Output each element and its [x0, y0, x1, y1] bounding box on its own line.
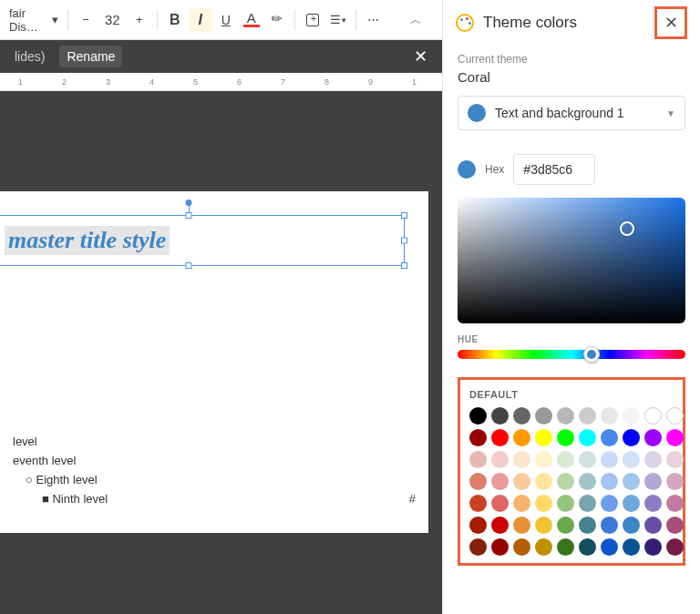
highlight-color-button[interactable]: ✎ — [265, 8, 289, 32]
tab-slides[interactable]: lides) — [7, 46, 52, 67]
color-swatch[interactable] — [491, 517, 509, 534]
color-swatch[interactable] — [601, 538, 618, 556]
color-swatch[interactable] — [513, 451, 530, 468]
color-swatch[interactable] — [579, 473, 596, 490]
color-swatch[interactable] — [469, 407, 487, 425]
color-swatch[interactable] — [491, 407, 509, 425]
color-swatch[interactable] — [535, 451, 552, 468]
color-swatch[interactable] — [644, 517, 662, 534]
color-swatch[interactable] — [644, 407, 662, 425]
color-swatch[interactable] — [469, 473, 487, 490]
hex-input[interactable] — [513, 154, 595, 185]
color-swatch[interactable] — [491, 473, 509, 490]
color-swatch[interactable] — [469, 429, 487, 446]
selection-handle[interactable] — [401, 238, 407, 244]
tab-close-button[interactable]: ✕ — [407, 46, 435, 67]
color-swatch[interactable] — [535, 517, 552, 534]
color-swatch[interactable] — [623, 538, 640, 556]
saturation-cursor[interactable] — [620, 221, 634, 236]
color-swatch[interactable] — [601, 473, 618, 490]
color-swatch[interactable] — [666, 538, 684, 556]
decrease-font-button[interactable]: − — [74, 8, 98, 32]
text-color-button[interactable]: A — [240, 8, 263, 32]
color-swatch[interactable] — [491, 538, 509, 556]
color-swatch[interactable] — [557, 517, 574, 534]
color-swatch[interactable] — [469, 538, 487, 556]
color-swatch[interactable] — [535, 429, 552, 446]
hue-slider-thumb[interactable] — [583, 346, 600, 363]
color-swatch[interactable] — [491, 451, 509, 468]
title-text[interactable]: master title style — [5, 226, 170, 255]
insert-comment-button[interactable] — [301, 8, 324, 32]
color-swatch[interactable] — [644, 429, 662, 446]
color-swatch[interactable] — [644, 538, 662, 556]
more-options-button[interactable]: ⋯ — [362, 8, 386, 32]
color-swatch[interactable] — [535, 407, 552, 425]
theme-color-role-dropdown[interactable]: Text and background 1 ▼ — [458, 96, 685, 130]
color-swatch[interactable] — [557, 429, 574, 446]
color-swatch[interactable] — [644, 495, 662, 512]
color-swatch[interactable] — [601, 517, 618, 534]
color-swatch[interactable] — [601, 495, 618, 512]
color-swatch[interactable] — [557, 451, 574, 468]
color-swatch[interactable] — [491, 495, 509, 512]
slide-master[interactable]: master title style level eventh level ○ … — [0, 191, 428, 533]
color-swatch[interactable] — [623, 451, 640, 468]
color-swatch[interactable] — [579, 538, 596, 556]
color-swatch[interactable] — [535, 538, 552, 556]
color-swatch[interactable] — [557, 538, 574, 556]
color-swatch[interactable] — [601, 407, 618, 425]
color-swatch[interactable] — [513, 495, 530, 512]
hue-slider[interactable] — [458, 350, 685, 359]
color-swatch[interactable] — [644, 451, 662, 468]
color-swatch[interactable] — [666, 407, 684, 425]
color-swatch[interactable] — [513, 538, 530, 556]
color-swatch[interactable] — [601, 429, 618, 446]
color-swatch[interactable] — [469, 495, 487, 512]
color-swatch[interactable] — [623, 495, 640, 512]
color-swatch[interactable] — [623, 407, 640, 425]
collapse-toolbar-button[interactable]: ︿ — [405, 6, 427, 34]
rotate-handle[interactable] — [186, 200, 192, 206]
saturation-value-picker[interactable] — [458, 198, 685, 323]
color-swatch[interactable] — [666, 451, 684, 468]
selection-handle[interactable] — [186, 262, 192, 269]
font-size-input[interactable]: 32 — [99, 6, 126, 34]
color-swatch[interactable] — [557, 495, 574, 512]
color-swatch[interactable] — [579, 407, 596, 425]
title-placeholder[interactable]: master title style — [0, 215, 405, 266]
selection-handle[interactable] — [401, 262, 407, 269]
color-swatch[interactable] — [644, 473, 662, 490]
color-swatch[interactable] — [623, 473, 640, 490]
selection-handle[interactable] — [186, 212, 192, 219]
close-sidebar-button[interactable]: ✕ — [654, 6, 687, 39]
color-swatch[interactable] — [557, 407, 574, 425]
color-swatch[interactable] — [623, 429, 640, 446]
bold-button[interactable]: B — [163, 8, 187, 32]
color-swatch[interactable] — [513, 473, 530, 490]
body-placeholder[interactable]: level eventh level ○ Eighth level ■ Nint… — [0, 420, 428, 533]
color-swatch[interactable] — [666, 429, 684, 446]
color-swatch[interactable] — [469, 517, 487, 534]
italic-button[interactable]: I — [189, 8, 212, 32]
selection-handle[interactable] — [401, 212, 407, 219]
color-swatch[interactable] — [491, 429, 509, 446]
color-swatch[interactable] — [513, 407, 530, 425]
color-swatch[interactable] — [579, 451, 596, 468]
underline-button[interactable]: U — [214, 8, 238, 32]
color-swatch[interactable] — [579, 495, 596, 512]
color-swatch[interactable] — [623, 517, 640, 534]
color-swatch[interactable] — [513, 517, 530, 534]
color-swatch[interactable] — [666, 495, 684, 512]
increase-font-button[interactable]: + — [128, 8, 151, 32]
align-button[interactable]: ☰▾ — [326, 8, 350, 32]
color-swatch[interactable] — [513, 429, 530, 446]
color-swatch[interactable] — [666, 473, 684, 490]
color-swatch[interactable] — [535, 473, 552, 490]
color-swatch[interactable] — [535, 495, 552, 512]
tab-rename[interactable]: Rename — [59, 46, 122, 67]
color-swatch[interactable] — [557, 473, 574, 490]
color-swatch[interactable] — [579, 429, 596, 446]
color-swatch[interactable] — [601, 451, 618, 468]
font-family-select[interactable]: fair Dis… ▾ — [5, 6, 62, 34]
